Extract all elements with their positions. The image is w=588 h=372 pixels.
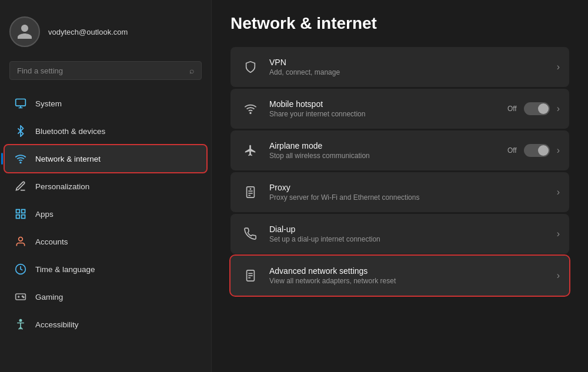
sidebar-item-accounts[interactable]: Accounts	[5, 228, 206, 255]
hotspot-toggle[interactable]	[524, 102, 550, 115]
sidebar-item-accounts-label: Accounts	[35, 237, 68, 246]
svg-point-12	[250, 112, 251, 113]
dialup-icon	[240, 223, 261, 244]
svg-rect-2	[16, 210, 20, 213]
airplane-chevron: ›	[557, 145, 560, 156]
dialup-right: ›	[557, 229, 560, 239]
search-input[interactable]	[17, 66, 185, 75]
settings-item-airplane[interactable]: Airplane mode Stop all wireless communic…	[230, 130, 569, 170]
airplane-text: Airplane mode Stop all wireless communic…	[269, 141, 507, 160]
accessibility-icon	[14, 318, 27, 331]
advanced-network-text: Advanced network settings View all netwo…	[269, 266, 557, 285]
search-box[interactable]: ⌕	[9, 61, 202, 80]
apps-icon	[14, 207, 27, 220]
airplane-desc: Stop all wireless communication	[269, 152, 507, 160]
hotspot-chevron: ›	[557, 103, 560, 114]
advanced-network-chevron: ›	[557, 270, 560, 281]
vpn-text: VPN Add, connect, manage	[269, 58, 557, 76]
hotspot-text: Mobile hotspot Share your internet conne…	[269, 99, 507, 118]
personalization-icon	[14, 180, 27, 193]
sidebar-item-apps[interactable]: Apps	[5, 200, 206, 227]
hotspot-title: Mobile hotspot	[269, 99, 507, 109]
sidebar: vodytech@outlook.com ⌕ System Bluetooth …	[0, 0, 212, 372]
sidebar-item-accessibility-label: Accessibility	[35, 320, 79, 329]
advanced-network-desc: View all network adapters, network reset	[269, 277, 557, 285]
proxy-title: Proxy	[269, 183, 557, 192]
svg-rect-3	[22, 210, 25, 213]
advanced-network-title: Advanced network settings	[269, 266, 557, 276]
sidebar-item-system-label: System	[35, 99, 62, 108]
sidebar-item-bluetooth-label: Bluetooth & devices	[35, 127, 105, 136]
hotspot-toggle-label: Off	[507, 105, 517, 113]
dialup-title: Dial-up	[269, 224, 557, 234]
proxy-icon	[240, 182, 261, 203]
sidebar-item-system[interactable]: System	[5, 90, 206, 117]
avatar[interactable]	[9, 16, 40, 47]
sidebar-item-time[interactable]: Time & language	[5, 256, 206, 283]
settings-list: VPN Add, connect, manage › Mobile hotspo…	[230, 47, 569, 296]
sidebar-item-bluetooth[interactable]: Bluetooth & devices	[5, 118, 206, 145]
gaming-icon	[14, 290, 27, 303]
settings-item-proxy[interactable]: Proxy Proxy server for Wi-Fi and Etherne…	[230, 172, 569, 212]
vpn-title: VPN	[269, 58, 557, 67]
airplane-title: Airplane mode	[269, 141, 507, 150]
dialup-desc: Set up a dial-up internet connection	[269, 235, 557, 243]
airplane-toggle-label: Off	[507, 146, 517, 155]
main-content: Network & internet VPN Add, connect, man…	[212, 0, 588, 372]
sidebar-item-personalization[interactable]: Personalization	[5, 173, 206, 200]
page-title: Network & internet	[230, 14, 569, 33]
svg-rect-0	[16, 99, 26, 106]
search-section: ⌕	[0, 56, 211, 87]
proxy-right: ›	[557, 187, 560, 197]
system-icon	[14, 97, 27, 110]
accounts-icon	[14, 235, 27, 248]
dialup-chevron: ›	[557, 229, 560, 239]
bluetooth-icon	[14, 125, 27, 138]
user-icon	[16, 23, 34, 41]
vpn-icon	[240, 56, 261, 78]
svg-point-10	[23, 297, 24, 298]
proxy-text: Proxy Proxy server for Wi-Fi and Etherne…	[269, 183, 557, 202]
hotspot-icon	[240, 98, 261, 119]
vpn-right: ›	[557, 62, 560, 72]
time-icon	[14, 263, 27, 276]
sidebar-item-accessibility[interactable]: Accessibility	[5, 311, 206, 338]
sidebar-item-gaming[interactable]: Gaming	[5, 283, 206, 310]
svg-point-6	[19, 237, 23, 242]
svg-point-11	[19, 320, 21, 321]
sidebar-item-personalization-label: Personalization	[35, 182, 89, 191]
airplane-right: Off ›	[507, 144, 560, 157]
svg-point-1	[20, 162, 21, 163]
sidebar-item-network[interactable]: Network & internet	[5, 145, 206, 172]
proxy-chevron: ›	[557, 187, 560, 197]
settings-item-hotspot[interactable]: Mobile hotspot Share your internet conne…	[230, 89, 569, 129]
settings-item-vpn[interactable]: VPN Add, connect, manage ›	[230, 47, 569, 87]
sidebar-item-time-label: Time & language	[35, 265, 95, 274]
airplane-toggle[interactable]	[524, 144, 550, 157]
search-icon: ⌕	[189, 66, 194, 75]
vpn-desc: Add, connect, manage	[269, 68, 557, 76]
settings-item-dialup[interactable]: Dial-up Set up a dial-up internet connec…	[230, 214, 569, 254]
user-section: vodytech@outlook.com	[0, 9, 211, 56]
proxy-desc: Proxy server for Wi-Fi and Ethernet conn…	[269, 193, 557, 202]
airplane-icon	[240, 140, 261, 161]
hotspot-desc: Share your internet connection	[269, 110, 507, 118]
advanced-network-icon	[240, 265, 261, 286]
vpn-chevron: ›	[557, 62, 560, 72]
sidebar-item-network-label: Network & internet	[35, 155, 101, 163]
sidebar-item-apps-label: Apps	[35, 210, 54, 219]
svg-rect-4	[22, 215, 25, 219]
svg-rect-5	[16, 215, 20, 219]
advanced-network-right: ›	[557, 270, 560, 281]
nav-list: System Bluetooth & devices Network & int…	[0, 87, 211, 372]
dialup-text: Dial-up Set up a dial-up internet connec…	[269, 224, 557, 243]
network-icon	[14, 152, 27, 165]
sidebar-item-gaming-label: Gaming	[35, 293, 63, 301]
settings-item-advanced[interactable]: Advanced network settings View all netwo…	[230, 256, 569, 296]
hotspot-right: Off ›	[507, 102, 560, 115]
user-email: vodytech@outlook.com	[48, 28, 128, 36]
